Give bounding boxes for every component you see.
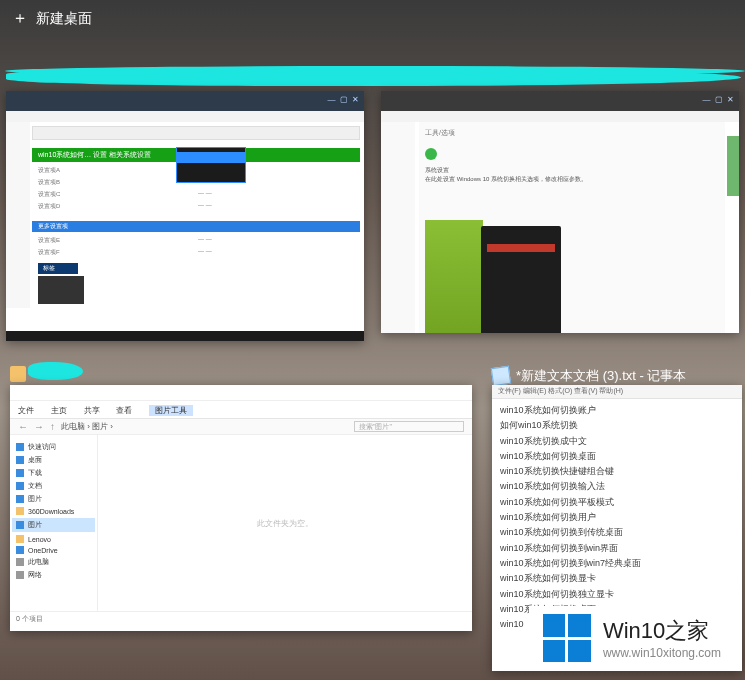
nav-fwd-icon[interactable]: → — [34, 421, 44, 432]
explorer-addressbar[interactable]: ← → ↑ 此电脑 › 图片 › 搜索"图片" — [10, 419, 472, 435]
explorer-navpane[interactable]: 快速访问 桌面 下载 文档 图片 360Downloads 图片 Lenovo … — [10, 435, 98, 611]
folder-icon — [16, 507, 24, 515]
ribbon-picture-tools[interactable]: 图片工具 — [149, 405, 193, 416]
page-sidebar — [381, 122, 415, 333]
download-icon — [16, 469, 24, 477]
nav-back-icon[interactable]: ← — [18, 421, 28, 432]
text-line: win10系统如何切换桌面 — [500, 449, 734, 464]
thumbnail-image — [38, 276, 84, 304]
settings-row: 设置项F— — — [38, 248, 354, 257]
nav-desktop[interactable]: 桌面 — [16, 455, 91, 465]
window-controls[interactable]: — ▢ ✕ — [328, 95, 360, 104]
notepad-title-text: *新建文本文档 (3).txt - 记事本 — [516, 367, 686, 385]
page-badge: 标签 — [38, 263, 78, 274]
text-line: win10系统切换快捷键组合键 — [500, 464, 734, 479]
notepad-icon — [491, 366, 511, 386]
breadcrumb[interactable]: 此电脑 › 图片 › — [61, 421, 348, 432]
nav-360dl[interactable]: 360Downloads — [16, 507, 91, 515]
dark-popup[interactable] — [176, 147, 246, 183]
text-line: win10系统如何切换显卡 — [500, 571, 734, 586]
nav-thispc[interactable]: 此电脑 — [16, 557, 91, 567]
text-line: win10系统切换成中文 — [500, 434, 734, 449]
settings-row: 设置项D— — — [38, 202, 354, 211]
nav-quick-access[interactable]: 快速访问 — [16, 442, 91, 452]
watermark: Win10之家 www.win10xitong.com — [529, 606, 735, 670]
mini-taskbar — [6, 331, 364, 341]
editor-toolbar[interactable] — [32, 126, 360, 140]
article-body: 工具/选项 系统设置 在此处设置 Windows 10 系统切换相关选项，修改相… — [419, 122, 725, 333]
explorer-statusbar: 0 个项目 — [10, 611, 472, 627]
nav-up-icon[interactable]: ↑ — [50, 421, 55, 432]
explorer-content-empty: 此文件夹为空。 — [98, 435, 472, 611]
new-desktop-button[interactable]: ＋ 新建桌面 — [12, 8, 92, 29]
taskview-window-chrome-1[interactable]: — ▢ ✕ win10系统如何… 设置 相关系统设置 设置项ACtrl+A 设置… — [6, 91, 364, 341]
network-icon — [16, 571, 24, 579]
taskview-window-explorer[interactable]: 文件 主页 共享 查看 图片工具 ← → ↑ 此电脑 › 图片 › 搜索"图片"… — [10, 385, 472, 631]
notepad-menubar[interactable]: 文件(F) 编辑(E) 格式(O) 查看(V) 帮助(H) — [492, 385, 742, 399]
article-subhead: 系统设置 — [425, 166, 719, 175]
article-image — [425, 220, 483, 333]
censor-overlay — [28, 362, 83, 380]
folder-icon — [16, 535, 24, 543]
cloud-icon — [16, 546, 24, 554]
nav-pictures-selected[interactable]: 图片 — [12, 518, 95, 532]
side-widget[interactable] — [727, 136, 739, 196]
text-line: win10系统如何切换账户 — [500, 403, 734, 418]
ribbon-view[interactable]: 查看 — [116, 406, 132, 415]
folder-icon — [10, 366, 26, 382]
text-line: win10系统如何切换到win界面 — [500, 541, 734, 556]
text-line: win10系统如何切换到传统桌面 — [500, 525, 734, 540]
chrome-tabstrip: — ▢ ✕ — [6, 91, 364, 111]
article-line: 在此处设置 Windows 10 系统切换相关选项，修改相应参数。 — [425, 175, 719, 184]
plus-icon: ＋ — [12, 8, 28, 29]
ribbon-home[interactable]: 主页 — [51, 406, 67, 415]
ribbon-file[interactable]: 文件 — [18, 406, 34, 415]
text-line: win10系统如何切换到win7经典桌面 — [500, 556, 734, 571]
text-line: win10系统如何切换用户 — [500, 510, 734, 525]
watermark-title: Win10之家 — [603, 616, 721, 646]
section-header-blue: 更多设置项 — [32, 221, 360, 232]
censor-overlay — [5, 66, 745, 76]
chrome-addressbar[interactable] — [381, 111, 739, 122]
chrome-addressbar[interactable] — [6, 111, 364, 122]
picture-icon — [16, 521, 24, 529]
window-controls[interactable]: — ▢ ✕ — [703, 95, 735, 104]
nav-lenovo[interactable]: Lenovo — [16, 535, 91, 543]
document-icon — [16, 482, 24, 490]
taskview-window-chrome-2[interactable]: — ▢ ✕ 工具/选项 系统设置 在此处设置 Windows 10 系统切换相关… — [381, 91, 739, 333]
ribbon-share[interactable]: 共享 — [84, 406, 100, 415]
windows-logo-icon — [543, 614, 591, 662]
context-menu[interactable] — [481, 226, 561, 333]
new-desktop-label: 新建桌面 — [36, 10, 92, 28]
explorer-titlebar[interactable] — [10, 385, 472, 401]
notepad-textarea[interactable]: win10系统如何切换账户 如何win10系统切换 win10系统切换成中文 w… — [492, 399, 742, 636]
window-title-notepad: *新建文本文档 (3).txt - 记事本 — [492, 367, 686, 385]
settings-row: 设置项E— — — [38, 236, 354, 245]
search-input[interactable]: 搜索"图片" — [354, 421, 464, 432]
text-line: win10系统如何切换平板模式 — [500, 495, 734, 510]
explorer-ribbon[interactable]: 文件 主页 共享 查看 图片工具 — [10, 401, 472, 419]
settings-row: 设置项C— — — [38, 190, 354, 199]
nav-pictures[interactable]: 图片 — [16, 494, 91, 504]
desktop-icon — [16, 456, 24, 464]
chrome-tabstrip: — ▢ ✕ — [381, 91, 739, 111]
nav-onedrive[interactable]: OneDrive — [16, 546, 91, 554]
text-line: win10系统如何切换独立显卡 — [500, 587, 734, 602]
window-title-explorer — [10, 366, 26, 382]
bullet-icon — [425, 148, 437, 160]
text-line: 如何win10系统切换 — [500, 418, 734, 433]
nav-network[interactable]: 网络 — [16, 570, 91, 580]
watermark-url: www.win10xitong.com — [603, 646, 721, 660]
article-heading: 工具/选项 — [425, 128, 719, 138]
nav-documents[interactable]: 文档 — [16, 481, 91, 491]
nav-downloads[interactable]: 下载 — [16, 468, 91, 478]
pc-icon — [16, 558, 24, 566]
picture-icon — [16, 495, 24, 503]
text-line: win10系统如何切换输入法 — [500, 479, 734, 494]
page-sidebar — [6, 122, 30, 308]
star-icon — [16, 443, 24, 451]
